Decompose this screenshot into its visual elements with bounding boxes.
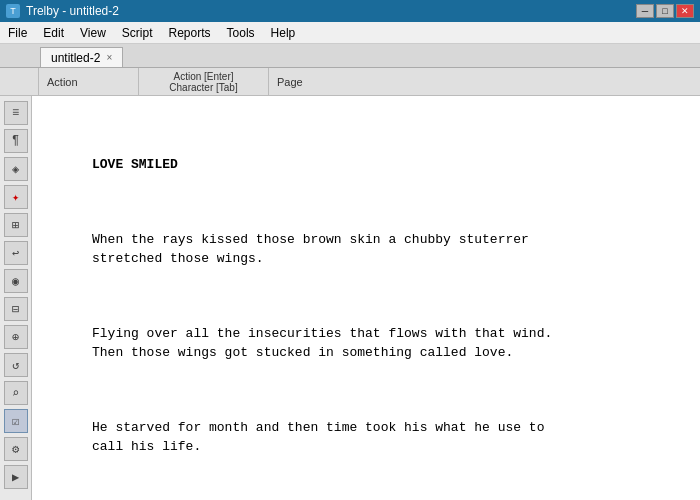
toolbar-btn-3[interactable]: ✦	[4, 185, 28, 209]
menu-view[interactable]: View	[72, 22, 114, 43]
col-header-action: Action	[38, 68, 138, 95]
toolbar-btn-11[interactable]: ☑	[4, 409, 28, 433]
toolbar-btn-8[interactable]: ⊕	[4, 325, 28, 349]
left-toolbar: ≡ ¶ ◈ ✦ ⊞ ↩ ◉ ⊟ ⊕ ↺ ⌕ ☑ ⚙ ▶	[0, 96, 32, 500]
toolbar-btn-13[interactable]: ▶	[4, 465, 28, 489]
toolbar-btn-1[interactable]: ¶	[4, 129, 28, 153]
tab-bar: untitled-2 ×	[0, 44, 700, 68]
window-title: Trelby - untitled-2	[26, 4, 119, 18]
main-area: ≡ ¶ ◈ ✦ ⊞ ↩ ◉ ⊟ ⊕ ↺ ⌕ ☑ ⚙ ▶ LOVE SMILED …	[0, 96, 700, 500]
title-bar: T Trelby - untitled-2 ─ □ ✕	[0, 0, 700, 22]
tab-close-button[interactable]: ×	[106, 52, 112, 63]
close-button[interactable]: ✕	[676, 4, 694, 18]
tab-label: untitled-2	[51, 51, 100, 65]
script-content: LOVE SMILED When the rays kissed those b…	[92, 116, 640, 500]
menu-script[interactable]: Script	[114, 22, 161, 43]
toolbar-btn-0[interactable]: ≡	[4, 101, 28, 125]
column-headers: Action Action [Enter] Character [Tab] Pa…	[0, 68, 700, 96]
toolbar-btn-2[interactable]: ◈	[4, 157, 28, 181]
toolbar-btn-4[interactable]: ⊞	[4, 213, 28, 237]
title-bar-left: T Trelby - untitled-2	[6, 4, 119, 18]
toolbar-btn-6[interactable]: ◉	[4, 269, 28, 293]
toolbar-btn-12[interactable]: ⚙	[4, 437, 28, 461]
script-title: LOVE SMILED	[92, 155, 640, 175]
menu-reports[interactable]: Reports	[161, 22, 219, 43]
menu-bar: File Edit View Script Reports Tools Help	[0, 22, 700, 44]
tab-untitled2[interactable]: untitled-2 ×	[40, 47, 123, 67]
toolbar-btn-5[interactable]: ↩	[4, 241, 28, 265]
menu-tools[interactable]: Tools	[219, 22, 263, 43]
menu-edit[interactable]: Edit	[35, 22, 72, 43]
editor-area[interactable]: LOVE SMILED When the rays kissed those b…	[32, 96, 700, 500]
minimize-button[interactable]: ─	[636, 4, 654, 18]
app-icon: T	[6, 4, 20, 18]
maximize-button[interactable]: □	[656, 4, 674, 18]
script-para-2: He starved for month and then time took …	[92, 418, 640, 457]
menu-file[interactable]: File	[0, 22, 35, 43]
script-para-0: When the rays kissed those brown skin a …	[92, 230, 640, 269]
menu-help[interactable]: Help	[263, 22, 304, 43]
title-bar-controls[interactable]: ─ □ ✕	[636, 4, 694, 18]
toolbar-btn-10[interactable]: ⌕	[4, 381, 28, 405]
col-header-action-char: Action [Enter] Character [Tab]	[138, 68, 268, 95]
script-para-1: Flying over all the insecurities that fl…	[92, 324, 640, 363]
col-header-page: Page	[268, 68, 700, 95]
toolbar-btn-7[interactable]: ⊟	[4, 297, 28, 321]
toolbar-btn-9[interactable]: ↺	[4, 353, 28, 377]
